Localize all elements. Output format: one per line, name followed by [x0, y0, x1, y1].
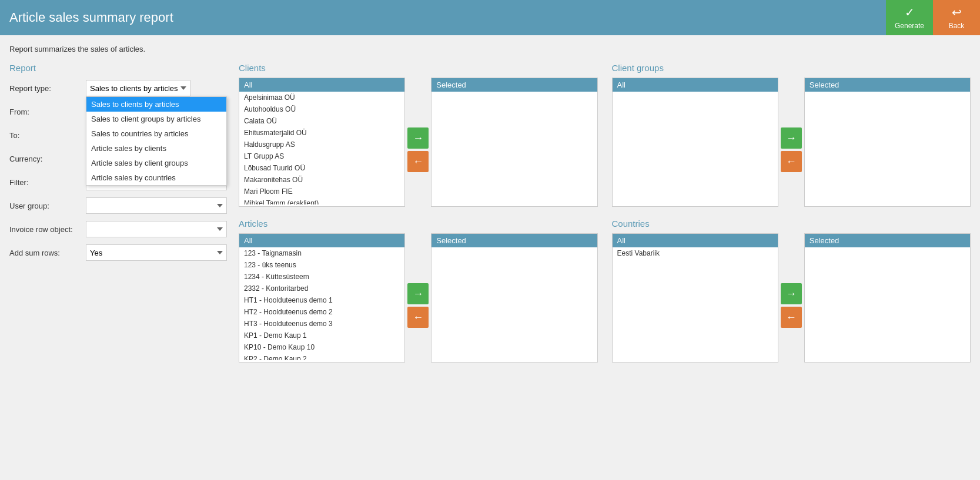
report-section: Report Report type: Sales to clients by … — [9, 63, 227, 268]
report-type-dropdown-container: Sales to clients by articles Sales to cl… — [86, 80, 227, 96]
clients-selected-body[interactable] — [432, 92, 597, 204]
articles-selected-list: Selected — [431, 233, 597, 362]
list-item[interactable]: Calata OÜ — [239, 115, 404, 127]
invoice-row-label: Invoice row object: — [9, 225, 86, 234]
clients-all-body[interactable]: Apelsinimaa OÜAutohooldus OÜCalata OÜEhi… — [239, 92, 404, 204]
countries-picker-row: All Eesti Vabariik → ← Selected — [612, 233, 971, 362]
from-label: From: — [9, 108, 86, 116]
countries-all-header: All — [613, 234, 778, 247]
report-section-title: Report — [9, 63, 227, 73]
right-sections: Clients All Apelsinimaa OÜAutohooldus OÜ… — [239, 63, 971, 374]
client-groups-all-body[interactable] — [613, 92, 778, 204]
clients-title: Clients — [239, 63, 598, 73]
list-item[interactable]: 1234 - Küttesüsteem — [239, 271, 404, 283]
list-item[interactable]: 123 - üks teenus — [239, 259, 404, 271]
back-label: Back — [949, 22, 965, 30]
articles-arrows: → ← — [407, 283, 429, 328]
client-groups-remove-button[interactable]: ← — [781, 151, 802, 172]
dropdown-item-0[interactable]: Sales to clients by articles — [86, 97, 226, 112]
app-header: Article sales summary report ✓ Generate … — [0, 0, 980, 35]
client-groups-title: Client groups — [612, 63, 971, 73]
list-item[interactable]: HT3 - Hoolduteenus demo 3 — [239, 318, 404, 330]
report-type-select[interactable]: Sales to clients by articles — [86, 80, 190, 96]
clients-selected-header: Selected — [432, 78, 597, 92]
list-item[interactable]: Haldusgrupp AS — [239, 139, 404, 150]
back-icon: ↩ — [952, 5, 962, 19]
currency-label: Currency: — [9, 155, 86, 163]
client-groups-selected-list: Selected — [804, 78, 971, 207]
clients-add-button[interactable]: → — [407, 127, 429, 149]
countries-selected-list: Selected — [804, 233, 971, 362]
clients-all-list: All Apelsinimaa OÜAutohooldus OÜCalata O… — [239, 78, 405, 207]
generate-icon: ✓ — [905, 5, 915, 19]
report-type-label: Report type: — [9, 84, 86, 93]
bottom-dual-section: Articles All 123 - Taignamasin123 - üks … — [239, 219, 971, 362]
client-groups-selected-header: Selected — [805, 78, 970, 92]
dropdown-item-1[interactable]: Sales to client groups by articles — [86, 112, 226, 126]
main-layout: Report Report type: Sales to clients by … — [9, 63, 971, 374]
generate-label: Generate — [895, 22, 924, 30]
articles-selected-body[interactable] — [432, 247, 597, 360]
dropdown-item-4[interactable]: Article sales by client groups — [86, 156, 226, 170]
invoice-row-select[interactable] — [86, 221, 227, 237]
articles-all-body[interactable]: 123 - Taignamasin123 - üks teenus1234 - … — [239, 247, 404, 360]
list-item[interactable]: Lõbusad Tuurid OÜ — [239, 162, 404, 174]
countries-selected-header: Selected — [805, 234, 970, 247]
list-item[interactable]: 2332 - Kontoritarbed — [239, 283, 404, 294]
clients-arrows: → ← — [407, 127, 429, 172]
clients-remove-button[interactable]: ← — [407, 151, 429, 172]
articles-remove-button[interactable]: ← — [407, 307, 429, 328]
articles-picker-row: All 123 - Taignamasin123 - üks teenus123… — [239, 233, 598, 362]
list-item[interactable]: Mari Ploom FIE — [239, 186, 404, 197]
clients-selected-list: Selected — [431, 78, 597, 207]
dropdown-item-2[interactable]: Sales to countries by articles — [86, 126, 226, 141]
list-item[interactable]: KP2 - Demo Kaup 2 — [239, 353, 404, 360]
list-item[interactable]: Apelsinimaa OÜ — [239, 92, 404, 103]
add-sum-row: Add sum rows: Yes — [9, 244, 227, 261]
countries-arrows: → ← — [781, 283, 802, 328]
articles-selected-header: Selected — [432, 234, 597, 247]
client-groups-arrows: → ← — [781, 127, 802, 172]
dropdown-item-5[interactable]: Article sales by countries — [86, 170, 226, 185]
articles-add-button[interactable]: → — [407, 283, 429, 304]
countries-add-button[interactable]: → — [781, 283, 802, 304]
list-item[interactable]: Ehitusmaterjalid OÜ — [239, 127, 404, 139]
client-groups-picker-row: All → ← Selected — [612, 78, 971, 207]
list-item[interactable]: KP1 - Demo Kaup 1 — [239, 330, 404, 341]
add-sum-select[interactable]: Yes — [86, 244, 227, 261]
list-item[interactable]: KP10 - Demo Kaup 10 — [239, 341, 404, 353]
list-item[interactable]: Mihkel Tamm (eraklient) — [239, 197, 404, 204]
generate-button[interactable]: ✓ Generate — [886, 0, 933, 35]
list-item[interactable]: Makaronitehas OÜ — [239, 174, 404, 186]
user-group-label: User group: — [9, 202, 86, 210]
articles-all-header: All — [239, 234, 404, 247]
to-label: To: — [9, 131, 86, 140]
list-item[interactable]: LT Grupp AS — [239, 150, 404, 162]
client-groups-add-button[interactable]: → — [781, 127, 802, 149]
clients-picker-row: All Apelsinimaa OÜAutohooldus OÜCalata O… — [239, 78, 598, 207]
filter-label: Filter: — [9, 178, 86, 187]
articles-all-list: All 123 - Taignamasin123 - üks teenus123… — [239, 233, 405, 362]
countries-selected-body[interactable] — [805, 247, 970, 360]
clients-group: Clients All Apelsinimaa OÜAutohooldus OÜ… — [239, 63, 598, 207]
list-item[interactable]: HT1 - Hoolduteenus demo 1 — [239, 294, 404, 306]
invoice-row-row: Invoice row object: — [9, 221, 227, 237]
client-groups-all-header: All — [613, 78, 778, 92]
client-groups-group: Client groups All → ← Selected — [612, 63, 971, 207]
list-item[interactable]: HT2 - Hoolduteenus demo 2 — [239, 306, 404, 318]
page-description: Report summarizes the sales of articles. — [9, 45, 971, 53]
back-button[interactable]: ↩ Back — [933, 0, 980, 35]
list-item[interactable]: 123 - Taignamasin — [239, 247, 404, 259]
list-item[interactable]: Autohooldus OÜ — [239, 103, 404, 115]
header-buttons: ✓ Generate ↩ Back — [886, 0, 980, 35]
client-groups-selected-body[interactable] — [805, 92, 970, 204]
clients-all-header: All — [239, 78, 404, 92]
user-group-row: User group: — [9, 197, 227, 214]
countries-group: Countries All Eesti Vabariik → ← Selecte… — [612, 219, 971, 362]
report-type-dropdown: Sales to clients by articles Sales to cl… — [86, 96, 227, 186]
list-item[interactable]: Eesti Vabariik — [613, 247, 778, 259]
user-group-select[interactable] — [86, 197, 227, 214]
countries-remove-button[interactable]: ← — [781, 307, 802, 328]
countries-all-body[interactable]: Eesti Vabariik — [613, 247, 778, 360]
dropdown-item-3[interactable]: Article sales by clients — [86, 141, 226, 156]
